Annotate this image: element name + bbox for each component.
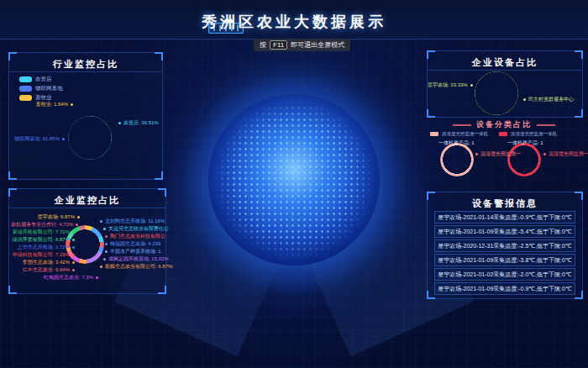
chart-label: 星宇农场: 6.87% [16,213,80,220]
chart-label: 中绿科技有限公司: 7.29% [11,251,75,258]
chart-label: 绿润开发有限公司: 6.87% [11,236,75,243]
chart-label: 温湿度光照监测一 [475,150,521,157]
chart-label: 物联网基地: 61.85% [11,135,65,142]
fullscreen-toast-suffix: 即可退出全屏模式 [291,40,344,50]
alert-list-item: 星宇农场-2021-01-09采集温度:-3.8℃,低于下限:0℃ [434,254,575,266]
chart-label: 李国生态农场: 3.42% [11,259,75,265]
chart-label: 温湿度光照监测一 [543,150,588,157]
panel-device-title: 企业设备占比 [428,56,582,69]
panel-industry-title: 行业监控占比 [9,58,162,71]
chart-label: 仁丰生态农业: 6.64% [11,266,75,273]
chart-label: 上华生态养殖场: 1.72% [11,244,75,250]
globe [208,94,380,265]
chart-label: 陶门生态农业科技有限公 [105,233,165,239]
category-donut-left[interactable] [440,143,474,176]
chart-label: 家绿养殖有限公司: 7.72% [11,229,75,235]
header-bar: 秀洲区农业大数据展示 [0,0,588,39]
f11-key-badge: F11 [270,40,287,50]
chart-label: 成枫定园养殖基地: 15.02% [103,255,169,262]
chart-label: 农机服务专业合作社: 4.72% [11,221,75,228]
chart-label: 勤辉生态农业有限公司: 6.87% [100,263,172,270]
panel-industry-monitor: 行业监控占比 农资店 物联网基地 畜牧业 畜牧业: 1.64% 农资店: 36.… [8,52,163,180]
panel-enterprise-monitor: 企业监控占比 星宇农场: 6.87% 农机服务专业合作社: 4.72% 家绿养殖… [8,188,166,294]
alert-list-item: 星宇农场-2020-12-31采集温度:-2.5℃,低于下限:0℃ [434,239,575,252]
chart-label: 北刘鸭生态养殖场: 11.16% [100,218,165,224]
chart-label: 梅福园生态农场: 4.299 [105,240,160,247]
alert-list-item: 星宇农场-2021-01-09采集温度:-0.9℃,低于下限:0℃ [434,282,575,295]
legend-swatch [19,76,32,82]
globe-dot-map [213,99,375,260]
panel-enterprise-title: 企业监控占比 [9,194,165,207]
panel-enterprise-device: 企业设备占比 星宇农场: 33.33% 民主村党群服务中心: [427,50,583,118]
device-donut-chart[interactable] [475,71,518,115]
fullscreen-toast-prefix: 按 [260,40,266,50]
chart-label: 红梅园生态农业: 7.3% [34,274,98,281]
legend-item[interactable]: 物联网基地 [19,85,63,92]
legend-item[interactable]: 温湿度光照监测一体机 [430,131,488,137]
chart-label: 民主村党群服务中心: [523,96,575,103]
chart-label: 畜牧业: 1.64% [21,101,73,108]
panel-alerts-title: 设备警报信息 [428,197,582,210]
chart-label: 农资店: 36.51% [118,119,159,126]
legend-label: 物联网基地 [35,85,63,92]
chart-label: 星宇农场: 33.33% [428,81,471,88]
fullscreen-toast: 按 F11 即可退出全屏模式 [254,39,350,51]
dashboard: 秀洲区农业大数据展示 按 F11 即可退出全屏模式 行业监控占比 农资店 物联网… [0,0,588,368]
industry-donut-chart[interactable] [68,116,112,160]
legend-swatch [19,86,32,92]
legend-item[interactable]: 温湿度光照监测一体机 [499,131,557,137]
legend-swatch [499,132,507,136]
legend-label: 农资店 [35,76,52,83]
page-title: 秀洲区农业大数据展示 [0,12,588,32]
chart-label: 丰圆水产种质养殖场: 1. [105,248,162,255]
legend-label: 温湿度光照监测一体机 [511,131,557,137]
legend-label: 温湿度光照监测一体机 [442,131,488,137]
legend-swatch [19,95,32,101]
alert-list-item: 星宇农场-2021-01-14采集温度:-0.9℃,低于下限:0℃ [434,211,575,223]
legend-item[interactable]: 农资店 [19,76,52,83]
legend-swatch [430,132,438,136]
alert-list-item: 星宇农场-2021-01-02采集温度:-2.0℃,低于下限:0℃ [434,268,575,281]
category-donut-right[interactable] [507,143,541,176]
chart-label: 大运河生态牧业有限责任公 [103,225,169,232]
section-device-category: 设备分类占比 温湿度光照监测一体机 温湿度光照监测一体机 一体机类产品: 1 一… [427,118,581,183]
category-title: 设备分类占比 [427,119,581,130]
panel-device-alerts: 设备警报信息 星宇农场-2021-01-14采集温度:-0.9℃,低于下限:0℃… [427,192,583,299]
alert-list-item: 星宇农场-2021-01-09采集温度:-5.4℃,低于下限:0℃ [434,225,575,238]
